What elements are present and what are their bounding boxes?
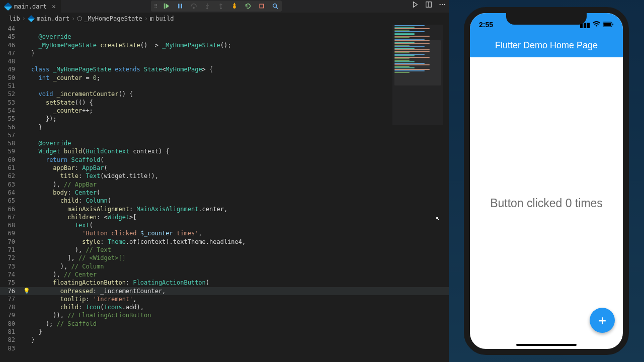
minimap[interactable] xyxy=(392,25,443,125)
code-line[interactable]: 74 ), // Center xyxy=(0,270,449,279)
code-line[interactable]: 56 } xyxy=(0,123,449,131)
code-source[interactable]: } xyxy=(22,336,35,344)
step-out-icon[interactable] xyxy=(217,3,224,10)
breadcrumb-class[interactable]: _MyHomePageState xyxy=(84,15,142,22)
continue-icon[interactable] xyxy=(163,3,170,10)
code-line[interactable]: 63 ), // AppBar xyxy=(0,180,449,189)
code-source[interactable]: } xyxy=(22,328,42,336)
pause-icon[interactable] xyxy=(177,3,184,10)
code-source[interactable]: class _MyHomePageState extends State<MyH… xyxy=(22,65,213,73)
code-source[interactable]: ), // Text xyxy=(22,246,111,254)
code-line[interactable]: 61 appBar: AppBar( xyxy=(0,164,449,172)
code-line[interactable]: 79 )), // FloatingActionButton xyxy=(0,311,449,319)
breadcrumb-file[interactable]: main.dart xyxy=(37,15,69,22)
lightbulb-icon[interactable]: 💡 xyxy=(23,287,30,295)
fab-button[interactable]: + xyxy=(590,308,615,333)
code-source[interactable]: child: Icon(Icons.add), xyxy=(22,303,144,311)
code-line[interactable]: 59 Widget build(BuildContext context) { xyxy=(0,147,449,155)
code-source[interactable] xyxy=(22,57,31,65)
code-source[interactable]: return Scaffold( xyxy=(22,156,104,164)
code-line[interactable]: 57 xyxy=(0,131,449,139)
code-source[interactable]: )), // FloatingActionButton xyxy=(22,311,151,319)
code-line[interactable]: 46 _MyHomePageState createState() => _My… xyxy=(0,41,449,49)
code-line[interactable]: 71 ), // Text xyxy=(0,246,449,254)
code-line[interactable]: 75 floatingActionButton: FloatingActionB… xyxy=(0,279,449,287)
code-source[interactable]: mainAxisAlignment: MainAxisAlignment.cen… xyxy=(22,205,227,213)
code-source[interactable]: 'Button clicked $_counter times', xyxy=(22,229,202,237)
breadcrumb-method[interactable]: build xyxy=(155,15,174,22)
code-source[interactable]: ), // Column xyxy=(22,262,104,270)
code-source[interactable]: _MyHomePageState createState() => _MyHom… xyxy=(22,41,231,49)
code-line[interactable]: 58 @override xyxy=(0,139,449,147)
split-editor-icon[interactable] xyxy=(425,1,432,8)
code-line[interactable]: 64 body: Center( xyxy=(0,189,449,197)
code-source[interactable]: Text( xyxy=(22,221,93,229)
code-line[interactable]: 82} xyxy=(0,336,449,344)
code-line[interactable]: 51 xyxy=(0,82,449,90)
code-line[interactable]: 68 Text( xyxy=(0,221,449,229)
code-line[interactable]: 44 xyxy=(0,25,449,33)
code-source[interactable]: style: Theme.of(context).textTheme.headl… xyxy=(22,238,246,246)
code-line[interactable]: 50 int _counter = 0; xyxy=(0,74,449,82)
code-line[interactable]: 83 xyxy=(0,344,449,352)
code-source[interactable]: _counter++; xyxy=(22,107,93,115)
grip-icon[interactable]: ⠿ xyxy=(154,4,156,9)
code-line[interactable]: 67 children: <Widget>[ xyxy=(0,213,449,221)
more-icon[interactable] xyxy=(439,1,446,8)
code-line[interactable]: 62 title: Text(widget.title!), xyxy=(0,172,449,180)
code-line[interactable]: 78 child: Icon(Icons.add), xyxy=(0,303,449,311)
code-line[interactable]: 60 return Scaffold( xyxy=(0,156,449,164)
code-source[interactable]: title: Text(widget.title!), xyxy=(22,172,158,180)
code-source[interactable]: ], // <Widget>[] xyxy=(22,254,126,262)
code-source[interactable]: } xyxy=(22,49,35,57)
code-line[interactable]: 69 'Button clicked $_counter times', xyxy=(0,229,449,237)
tab-main-dart[interactable]: main.dart × xyxy=(0,0,61,13)
code-source[interactable]: floatingActionButton: FloatingActionButt… xyxy=(22,279,209,287)
code-line[interactable]: 48 xyxy=(0,57,449,65)
step-over-icon[interactable] xyxy=(190,3,197,10)
code-source[interactable]: ); // Scaffold xyxy=(22,320,97,328)
code-source[interactable]: @override xyxy=(22,139,71,147)
code-line[interactable]: 76💡 onPressed: _incrementCounter, xyxy=(0,287,449,295)
code-source[interactable]: children: <Widget>[ xyxy=(22,213,137,221)
breadcrumb-folder[interactable]: lib xyxy=(9,15,20,22)
code-source[interactable]: ), // AppBar xyxy=(22,180,97,189)
code-line[interactable]: 66 mainAxisAlignment: MainAxisAlignment.… xyxy=(0,205,449,213)
code-line[interactable]: 55 }); xyxy=(0,115,449,123)
code-source[interactable]: onPressed: _incrementCounter, xyxy=(22,287,166,295)
code-source[interactable]: @override xyxy=(22,33,71,41)
code-line[interactable]: 72 ], // <Widget>[] xyxy=(0,254,449,262)
breadcrumb[interactable]: lib › main.dart › ⬡ _MyHomePageState › ◧… xyxy=(0,13,449,25)
code-source[interactable] xyxy=(22,131,31,139)
code-line[interactable]: 52 void _incrementCounter() { xyxy=(0,90,449,98)
code-line[interactable]: 45 @override xyxy=(0,33,449,41)
code-source[interactable]: int _counter = 0; xyxy=(22,74,100,82)
code-line[interactable]: 73 ), // Column xyxy=(0,262,449,270)
stop-icon[interactable] xyxy=(258,3,265,10)
magnifier-icon[interactable] xyxy=(272,3,279,10)
code-line[interactable]: 70 style: Theme.of(context).textTheme.he… xyxy=(0,238,449,246)
code-line[interactable]: 47} xyxy=(0,49,449,57)
code-source[interactable]: void _incrementCounter() { xyxy=(22,90,133,98)
code-source[interactable]: Widget build(BuildContext context) { xyxy=(22,147,170,155)
close-icon[interactable]: × xyxy=(52,3,56,10)
code-source[interactable] xyxy=(22,82,31,90)
step-into-icon[interactable] xyxy=(204,3,211,10)
code-source[interactable]: }); xyxy=(22,115,57,123)
code-source[interactable]: } xyxy=(22,123,42,131)
code-source[interactable] xyxy=(22,25,31,33)
hot-reload-icon[interactable] xyxy=(231,3,238,10)
code-area[interactable]: 4445 @override46 _MyHomePageState create… xyxy=(0,25,449,362)
code-line[interactable]: 53 setState(() { xyxy=(0,99,449,107)
code-source[interactable]: body: Center( xyxy=(22,189,100,197)
code-line[interactable]: 77 tooltip: 'Increment', xyxy=(0,295,449,303)
restart-icon[interactable] xyxy=(245,3,252,10)
code-line[interactable]: 49class _MyHomePageState extends State<M… xyxy=(0,65,449,73)
code-source[interactable]: setState(() { xyxy=(22,99,93,107)
debug-toolbar[interactable]: ⠿ xyxy=(151,1,282,12)
code-line[interactable]: 81 } xyxy=(0,328,449,336)
code-line[interactable]: 80 ); // Scaffold xyxy=(0,320,449,328)
code-source[interactable]: appBar: AppBar( xyxy=(22,164,108,172)
code-line[interactable]: 54 _counter++; xyxy=(0,107,449,115)
code-source[interactable]: tooltip: 'Increment', xyxy=(22,295,137,303)
